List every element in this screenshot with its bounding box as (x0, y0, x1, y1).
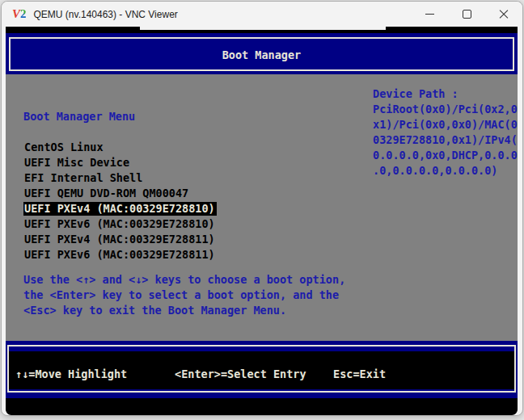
boot-manager-header: Boot Manager (6, 33, 518, 74)
vnc-logo-icon: V2 (12, 8, 27, 20)
minimize-icon (425, 14, 434, 15)
device-path-line: 0329E728810,0x1)/IPv4( (373, 132, 518, 148)
maximize-button[interactable] (448, 2, 485, 27)
window-titlebar[interactable]: V2 QEMU (nv.140463) - VNC Viewer (2, 2, 522, 27)
device-path-line: Device Path : (373, 86, 518, 102)
boot-menu-title: Boot Manager Menu (23, 110, 135, 123)
close-button[interactable] (485, 2, 522, 27)
maximize-icon (463, 10, 471, 19)
device-path-line: PciRoot(0x0)/Pci(0x2,0 (373, 102, 518, 117)
help-text-line: Use the <↑> and <↓> keys to choose a boo… (23, 272, 345, 288)
footer-bar: ↑↓=Move Highlight <Enter>=Select Entry E… (6, 341, 518, 398)
device-path-panel: Device Path :PciRoot(0x0)/Pci(0x2,0x1)/P… (373, 86, 518, 178)
hint-move-highlight: ↑↓=Move Highlight (15, 368, 127, 380)
boot-menu-item[interactable]: UEFI PXEv6 (MAC:00329E728811) (23, 248, 217, 261)
screen-bottom-strip (6, 398, 518, 415)
hint-esc-exit: Esc=Exit (333, 368, 386, 380)
boot-menu-item[interactable]: UEFI PXEv4 (MAC:00329E728811) (23, 233, 217, 246)
hint-select-entry: <Enter>=Select Entry (175, 368, 306, 380)
boot-menu-item[interactable]: CentOS Linux (23, 141, 105, 153)
help-text: Use the <↑> and <↓> keys to choose a boo… (23, 272, 345, 318)
help-text-line: <Esc> key to exit the Boot Manager Menu. (23, 303, 345, 318)
screen-top-notch (140, 27, 386, 30)
vnc-remote-screen[interactable]: Boot Manager Boot Manager Menu CentOS Li… (6, 27, 518, 415)
vnc-viewer-window: V2 QEMU (nv.140463) - VNC Viewer Boot Ma… (1, 1, 523, 416)
device-path-line: .0,0.0.0.0,0.0.0.0) (373, 163, 518, 178)
boot-menu-item[interactable]: UEFI PXEv6 (MAC:00329E728810) (23, 217, 217, 230)
minimize-button[interactable] (411, 2, 448, 27)
boot-menu-item[interactable]: UEFI PXEv4 (MAC:00329E728810) (23, 202, 217, 215)
window-title: QEMU (nv.140463) - VNC Viewer (34, 9, 178, 20)
close-icon (499, 10, 509, 19)
help-text-line: the <Enter> key to select a boot option,… (23, 288, 345, 303)
device-path-line: x1)/Pci(0x0,0x0)/MAC(0 (373, 117, 518, 132)
page-title: Boot Manager (6, 48, 518, 61)
caption-buttons (411, 2, 522, 27)
boot-menu-item[interactable]: UEFI QEMU DVD-ROM QM00047 (23, 187, 190, 200)
device-path-line: 0.0.0.0,0x0,DHCP,0.0.0 (373, 148, 518, 163)
boot-menu-item[interactable]: EFI Internal Shell (23, 171, 144, 184)
boot-menu-item[interactable]: UEFI Misc Device (23, 156, 131, 169)
